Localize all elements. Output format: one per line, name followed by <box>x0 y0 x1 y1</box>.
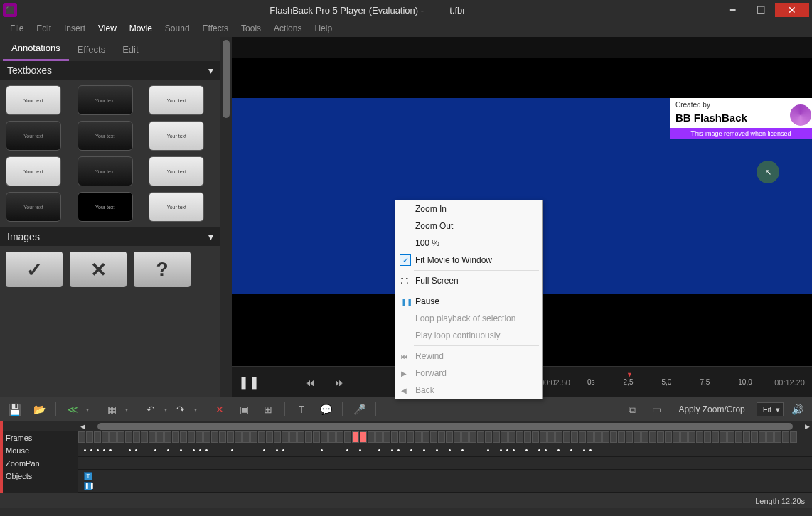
track-label-objects[interactable]: Objects <box>0 470 78 483</box>
track-body[interactable]: ◀ ▶ T ❚❚ <box>78 421 812 493</box>
frame-cell[interactable] <box>172 431 179 443</box>
textbox-style-11[interactable]: Your text <box>78 192 133 222</box>
track-label-mouse[interactable]: Mouse <box>0 444 78 457</box>
object-marker-text[interactable]: T <box>84 472 92 480</box>
ctx-zoom-in[interactable]: Zoom In <box>395 200 542 217</box>
textbox-style-8[interactable]: Your text <box>78 156 133 186</box>
frame-cell[interactable] <box>618 431 625 443</box>
delete-button[interactable]: ✕ <box>209 400 230 419</box>
frame-cell[interactable] <box>501 431 508 443</box>
frame-cell[interactable] <box>188 431 195 443</box>
frame-cell[interactable] <box>688 431 695 443</box>
menu-file[interactable]: File <box>4 21 29 36</box>
frame-cell[interactable] <box>704 431 711 443</box>
textbox-style-1[interactable]: Your text <box>6 85 61 115</box>
track-label-frames[interactable]: Frames <box>0 431 78 444</box>
menu-sound[interactable]: Sound <box>159 21 196 36</box>
frame-cell[interactable] <box>634 431 641 443</box>
frame-cell[interactable] <box>727 431 734 443</box>
frame-cell[interactable] <box>657 431 664 443</box>
text-button[interactable]: T <box>291 400 312 419</box>
scrollbar-thumb[interactable] <box>223 40 230 118</box>
menu-effects[interactable]: Effects <box>197 21 234 36</box>
textbox-style-12[interactable]: Your text <box>149 192 204 222</box>
comment-button[interactable]: 💬 <box>315 400 336 419</box>
frame-cell[interactable] <box>383 431 390 443</box>
frame-cell[interactable] <box>109 431 117 443</box>
frame-cell[interactable] <box>587 431 594 443</box>
frame-cell[interactable] <box>493 431 500 443</box>
frame-cell[interactable] <box>407 431 414 443</box>
frame-cell[interactable] <box>141 431 148 443</box>
ctx-pause[interactable]: ❚❚Pause <box>395 293 542 310</box>
frame-cell[interactable] <box>649 431 656 443</box>
frame-cell[interactable] <box>266 431 273 443</box>
menu-edit[interactable]: Edit <box>31 21 57 36</box>
frame-cell[interactable] <box>602 431 609 443</box>
textbox-style-10[interactable]: Your text <box>6 192 61 222</box>
frame-cell[interactable] <box>391 431 398 443</box>
playhead-marker[interactable] <box>0 421 3 493</box>
frame-cell[interactable] <box>274 431 281 443</box>
prev-frame-button[interactable]: ⏮ <box>300 372 320 392</box>
open-button[interactable]: 📂 <box>28 400 50 419</box>
frame-cell[interactable] <box>547 431 555 443</box>
pause-button[interactable]: ❚❚ <box>239 372 259 392</box>
frame-cell[interactable] <box>102 431 109 443</box>
clone-button[interactable]: ⧉ <box>621 400 643 419</box>
minimize-button[interactable]: ━ <box>718 3 747 17</box>
frame-cell[interactable] <box>438 431 445 443</box>
textbox-style-7[interactable]: Your text <box>6 156 61 186</box>
textbox-style-2[interactable]: Your text <box>78 85 133 115</box>
frame-cell[interactable] <box>305 431 312 443</box>
frame-cell[interactable] <box>555 431 562 443</box>
frame-cell[interactable] <box>250 431 257 443</box>
textbox-style-9[interactable]: Your text <box>149 156 204 186</box>
export-button[interactable]: ▦ <box>101 400 122 419</box>
frame-cell[interactable] <box>751 431 758 443</box>
ctx-100-[interactable]: 100 % <box>395 235 542 252</box>
undo-button[interactable]: ↶ <box>140 400 161 419</box>
frame-cell[interactable] <box>743 431 750 443</box>
frame-cell[interactable] <box>313 431 320 443</box>
frame-cell[interactable] <box>782 431 789 443</box>
frame-cell[interactable] <box>133 431 140 443</box>
frame-cell[interactable] <box>125 431 132 443</box>
close-button[interactable]: ✕ <box>775 3 809 17</box>
frame-cell[interactable] <box>196 431 203 443</box>
frame-cell[interactable] <box>774 431 781 443</box>
frame-cell[interactable] <box>563 431 570 443</box>
menu-insert[interactable]: Insert <box>58 21 91 36</box>
frame-cell[interactable] <box>665 431 672 443</box>
menu-actions[interactable]: Actions <box>268 21 307 36</box>
track-label-zoompan[interactable]: ZoomPan <box>0 457 78 470</box>
next-frame-button[interactable]: ⏭ <box>330 372 350 392</box>
textbox-style-5[interactable]: Your text <box>78 121 133 151</box>
ctx-zoom-out[interactable]: Zoom Out <box>395 217 542 235</box>
frame-cell[interactable] <box>485 431 492 443</box>
frame-cell[interactable] <box>610 431 617 443</box>
frame-cell[interactable] <box>594 431 602 443</box>
object-marker-pause[interactable]: ❚❚ <box>84 482 92 490</box>
ctx-full-screen[interactable]: ⛶Full Screen <box>395 272 542 289</box>
frame-cell[interactable] <box>219 431 226 443</box>
frame-cell[interactable] <box>680 431 688 443</box>
frame-cell[interactable] <box>524 431 531 443</box>
save-button[interactable]: 💾 <box>4 400 26 419</box>
horizontal-scrollbar[interactable]: ◀ ▶ <box>78 421 812 431</box>
frame-cell[interactable] <box>180 431 187 443</box>
insert-button[interactable]: ⊞ <box>257 400 279 419</box>
textbox-style-3[interactable]: Your text <box>149 85 204 115</box>
frame-cell[interactable] <box>227 431 234 443</box>
hscroll-thumb[interactable] <box>97 423 793 430</box>
time-ruler[interactable]: 0s2,5▼5,07,510,0 <box>580 372 764 392</box>
crop-button[interactable]: ▣ <box>233 400 255 419</box>
frame-cell[interactable] <box>422 431 429 443</box>
frame-cell[interactable] <box>360 431 367 443</box>
frame-cell[interactable] <box>321 431 328 443</box>
tab-effects[interactable]: Effects <box>69 38 114 60</box>
frame-cell[interactable] <box>571 431 578 443</box>
frame-cell[interactable] <box>289 431 297 443</box>
frame-cell[interactable] <box>430 431 437 443</box>
maximize-button[interactable]: ☐ <box>747 3 775 17</box>
